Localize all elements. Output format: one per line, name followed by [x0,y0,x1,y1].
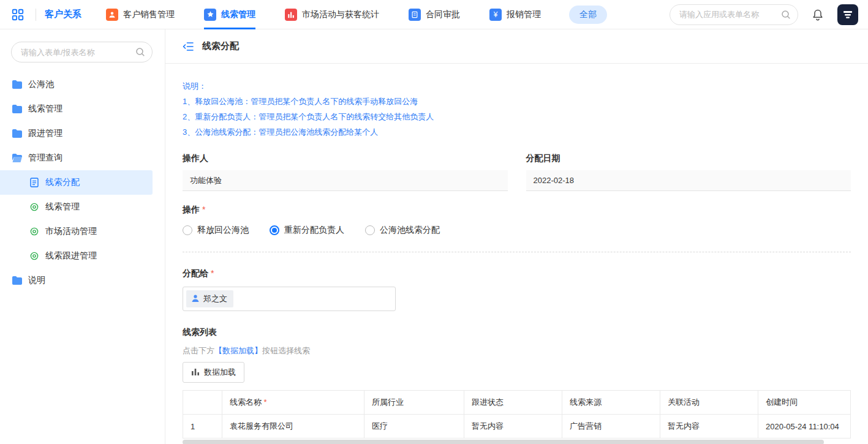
sidebar-item-public-pool[interactable]: 公海池 [0,72,165,97]
lead-list-section: 线索列表 点击下方【数据加载】按钮选择线索 数据加载 [183,327,851,444]
operation-label: 操作 [183,205,851,216]
collapse-sidebar-icon[interactable] [183,42,194,51]
lead-list-hint: 点击下方【数据加载】按钮选择线索 [183,345,851,356]
main-content: 线索分配 说明： 1、释放回公海池：管理员把某个负责人名下的线索手动释放回公海 … [165,29,868,444]
assign-date-label: 分配日期 [526,153,851,164]
sidebar-item-lead-followup-mgmt[interactable]: 线索跟进管理 [0,244,165,268]
operation-field: 操作 释放回公海池 重新分配负责人 公海池线索分配 [183,205,851,236]
sidebar-item-followup-mgmt[interactable]: 跟进管理 [0,121,165,146]
operation-radio[interactable]: 释放回公海池 [183,225,249,236]
sidebar-item-admin-query[interactable]: 管理查询 [0,146,165,170]
operation-radio-group: 释放回公海池 重新分配负责人 公海池线索分配 [183,225,851,236]
cell-lead-name: 袁花服务有限公司 [222,415,364,438]
navbar-divider [36,9,36,21]
sidebar-item-label: 公海池 [28,79,54,90]
cell-index: 1 [183,415,222,438]
reimburse-app-icon: ¥ [489,9,502,21]
instructions-heading: 说明： [183,78,851,94]
scrollbar-thumb[interactable] [183,440,824,444]
assign-date-field: 分配日期 2022-02-18 [526,153,851,191]
table-header-row: 线索名称 所属行业 跟进状态 线索来源 关联活动 创建时间 [183,391,851,415]
folder-icon [12,105,22,113]
col-industry: 所属行业 [364,391,464,415]
radio-label: 重新分配负责人 [284,225,344,236]
user-avatar[interactable] [837,4,858,25]
form-icon [29,178,39,187]
page-header: 线索分配 [165,29,868,64]
form-body: 说明： 1、释放回公海池：管理员把某个负责人名下的线索手动释放回公海 2、重新分… [165,64,868,444]
radio-icon [270,225,279,235]
data-load-button[interactable]: 数据加载 [183,362,244,383]
data-load-link[interactable]: 【数据加载】 [214,346,262,355]
col-status: 跟进状态 [464,391,562,415]
leads-table: 线索名称 所属行业 跟进状态 线索来源 关联活动 创建时间 1 [183,390,851,438]
nav-item-marketing[interactable]: 市场活动与获客统计 [285,0,379,29]
dashboard-icon [29,227,39,236]
section-divider [183,252,851,252]
assignee-name: 郑之文 [203,293,227,304]
assignee-field: 分配给 郑之文 [183,268,851,311]
all-apps-button[interactable]: 全部 [569,6,607,24]
sidebar-item-label: 市场活动管理 [45,226,97,237]
sidebar: 公海池 线索管理 跟进管理 管理查询 线索分配 线索管理 [0,29,165,444]
col-source: 线索来源 [562,391,660,415]
instruction-line: 1、释放回公海池：管理员把某个负责人名下的线索手动释放回公海 [183,94,851,109]
sidebar-item-lead-mgmt[interactable]: 线索管理 [0,97,165,121]
instruction-line: 2、重新分配负责人：管理员把某个负责人名下的线索转交给其他负责人 [183,109,851,124]
navbar-right [670,4,858,25]
sidebar-item-label: 说明 [28,275,45,286]
person-icon [191,294,200,304]
open-folder-icon [12,154,22,162]
nav-item-label: 合同审批 [426,9,460,20]
table-horizontal-scrollbar [183,440,851,444]
nav-item-sales[interactable]: 客户销售管理 [106,0,175,29]
folder-icon [12,80,22,89]
sales-app-icon [106,9,118,21]
folder-icon [12,276,22,285]
search-icon[interactable] [135,47,145,59]
cell-source: 广告营销 [562,415,660,438]
col-lead-name: 线索名称 [222,391,364,415]
operation-radio[interactable]: 重新分配负责人 [270,225,344,236]
leads-app-icon [204,9,216,21]
nav-item-label: 客户销售管理 [123,9,175,20]
operator-value: 功能体验 [183,170,508,191]
sidebar-item-label: 线索管理 [45,201,80,213]
hint-text: 点击下方 [183,346,214,355]
operation-radio[interactable]: 公海池线索分配 [365,225,440,236]
sidebar-item-lead-assign[interactable]: 线索分配 [0,170,153,195]
app-launcher-icon[interactable] [9,6,27,24]
sidebar-item-lead-mgmt-dashboard[interactable]: 线索管理 [0,195,165,219]
lead-list-title: 线索列表 [183,327,851,338]
col-index [183,391,222,415]
assignee-select[interactable]: 郑之文 [183,287,396,311]
sidebar-item-label: 跟进管理 [28,128,62,139]
nav-item-contract[interactable]: 合同审批 [409,0,460,29]
operator-field: 操作人 功能体验 [183,153,508,191]
data-load-button-label: 数据加载 [204,367,236,378]
workspace-name[interactable]: 客户关系 [45,9,81,20]
dashboard-icon [29,252,39,260]
cell-status: 暂无内容 [464,415,562,438]
sidebar-item-marketing-mgmt[interactable]: 市场活动管理 [0,219,165,244]
col-created: 创建时间 [758,391,851,415]
instructions: 说明： 1、释放回公海池：管理员把某个负责人名下的线索手动释放回公海 2、重新分… [183,78,851,140]
col-activity: 关联活动 [660,391,758,415]
nav-item-reimburse[interactable]: ¥ 报销管理 [489,0,541,29]
sidebar-item-label: 管理查询 [28,152,62,164]
notification-bell-icon[interactable] [812,9,824,21]
app-search-input[interactable] [670,4,798,25]
instruction-line: 3、公海池线索分配：管理员把公海池线索分配给某个人 [183,124,851,140]
radio-icon [365,225,375,235]
assignee-tag[interactable]: 郑之文 [186,290,233,307]
nav-apps: 客户销售管理 线索管理 市场活动与获客统计 合同审批 [106,0,541,29]
sidebar-item-instructions[interactable]: 说明 [0,268,165,293]
app-search [670,4,798,25]
table-row[interactable]: 1 袁花服务有限公司 医疗 暂无内容 广告营销 暂无内容 2020-05-24 … [183,415,851,438]
form-search-input[interactable] [11,42,153,62]
operator-label: 操作人 [183,153,508,164]
cell-activity: 暂无内容 [660,415,758,438]
search-icon[interactable] [781,10,791,22]
form-search [11,42,153,62]
nav-item-leads[interactable]: 线索管理 [204,0,255,29]
